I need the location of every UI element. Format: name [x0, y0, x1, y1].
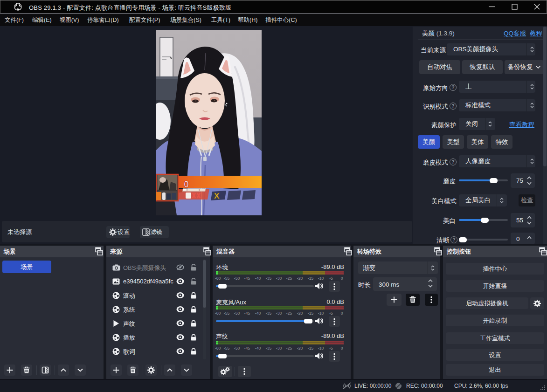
svg-text:X: X — [214, 192, 220, 200]
svg-text:0: 0 — [184, 179, 189, 189]
